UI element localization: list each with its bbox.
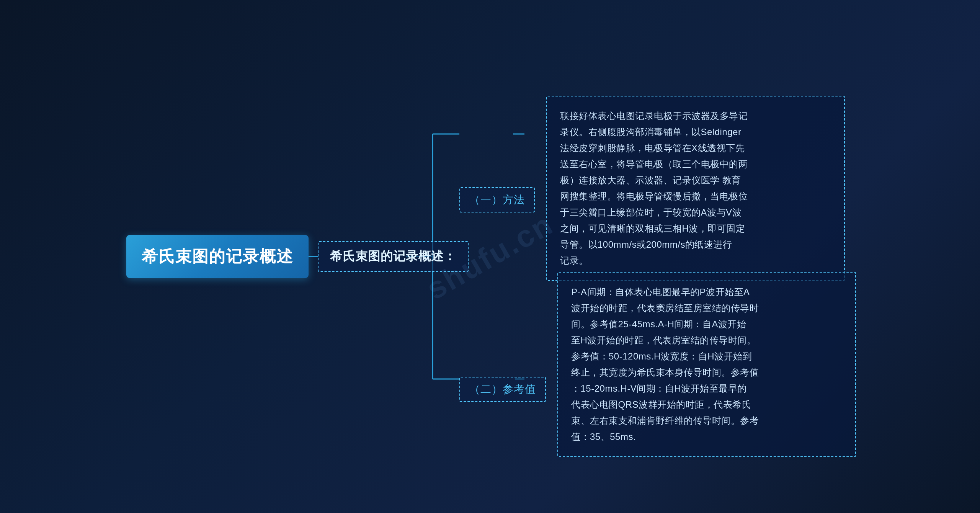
sub-label-1: （一）方法 — [459, 187, 535, 212]
content-card-text-1: 联接好体表心电图记录电极于示波器及多导记 录仪。右侧腹股沟部消毒铺单，以Seld… — [560, 108, 831, 269]
mind-map-layout: 希氏束图的记录概述 希氏束图的记录概述： （一）方法 联接好体表心电图记录电极于… — [126, 46, 854, 467]
branch-row-2: （二）参考值 P-A间期：自体表心电图最早的P波开始至A 波开始的时距，代表窦房… — [459, 272, 856, 457]
sub-label-text-2: （二）参考值 — [469, 383, 536, 395]
content-card-1: 联接好体表心电图记录电极于示波器及多导记 录仪。右侧腹股沟部消毒铺单，以Seld… — [546, 96, 845, 281]
root-node: 希氏束图的记录概述 — [126, 235, 309, 278]
center-node-text: 希氏束图的记录概述： — [330, 249, 456, 263]
root-node-text: 希氏束图的记录概述 — [142, 247, 293, 265]
content-card-2: P-A间期：自体表心电图最早的P波开始至A 波开始的时距，代表窦房结至房室结的传… — [557, 272, 856, 457]
center-node: 希氏束图的记录概述： — [318, 241, 469, 272]
branch-row-1: （一）方法 联接好体表心电图记录电极于示波器及多导记 录仪。右侧腹股沟部消毒铺单… — [459, 96, 845, 281]
sub-label-text-1: （一）方法 — [469, 194, 525, 206]
main-container: shufu.cn 希氏束图的记录 — [0, 0, 980, 513]
sub-label-2: （二）参考值 — [459, 377, 546, 402]
content-card-text-2: P-A间期：自体表心电图最早的P波开始至A 波开始的时距，代表窦房结至房室结的传… — [571, 284, 842, 445]
